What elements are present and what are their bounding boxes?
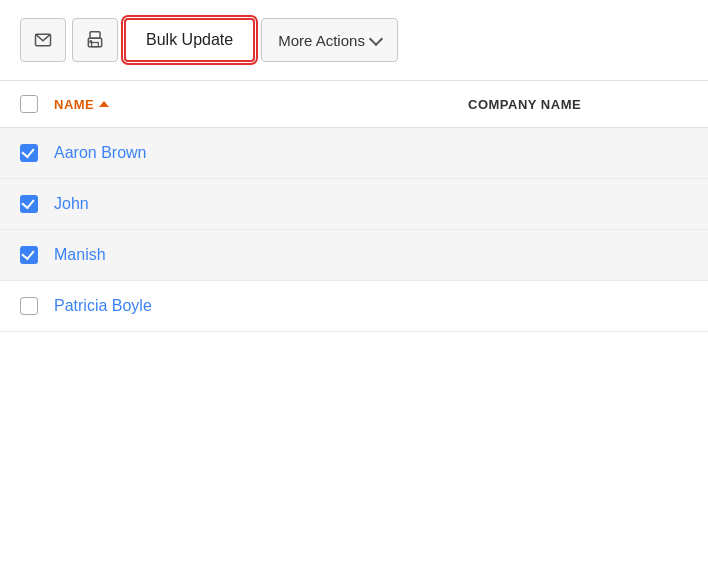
sort-arrow-icon [99, 101, 109, 107]
row-checkbox-2[interactable] [20, 195, 38, 213]
table-row: Manish [0, 230, 708, 281]
table-header: NAME COMPANY NAME [0, 81, 708, 128]
svg-point-4 [90, 41, 92, 43]
table-row: Aaron Brown [0, 128, 708, 179]
table-row: Patricia Boyle [0, 281, 708, 332]
svg-rect-1 [90, 32, 100, 39]
table-row: John [0, 179, 708, 230]
print-icon [85, 30, 105, 50]
name-column-header[interactable]: NAME [54, 97, 468, 112]
more-actions-label: More Actions [278, 32, 365, 49]
bulk-update-button[interactable]: Bulk Update [124, 18, 255, 62]
row-name-3[interactable]: Manish [54, 246, 468, 264]
more-actions-button[interactable]: More Actions [261, 18, 398, 62]
company-column-header: COMPANY NAME [468, 97, 688, 112]
email-button[interactable] [20, 18, 66, 62]
row-name-1[interactable]: Aaron Brown [54, 144, 468, 162]
toolbar: Bulk Update More Actions [0, 0, 708, 81]
table-body: Aaron Brown John Manish Patricia Boyle [0, 128, 708, 332]
print-button[interactable] [72, 18, 118, 62]
bulk-update-label: Bulk Update [146, 31, 233, 49]
chevron-down-icon [369, 31, 383, 45]
row-checkbox-4[interactable] [20, 297, 38, 315]
select-all-checkbox[interactable] [20, 95, 38, 113]
row-checkbox-1[interactable] [20, 144, 38, 162]
row-name-4[interactable]: Patricia Boyle [54, 297, 468, 315]
email-icon [33, 30, 53, 50]
row-name-2[interactable]: John [54, 195, 468, 213]
row-checkbox-3[interactable] [20, 246, 38, 264]
